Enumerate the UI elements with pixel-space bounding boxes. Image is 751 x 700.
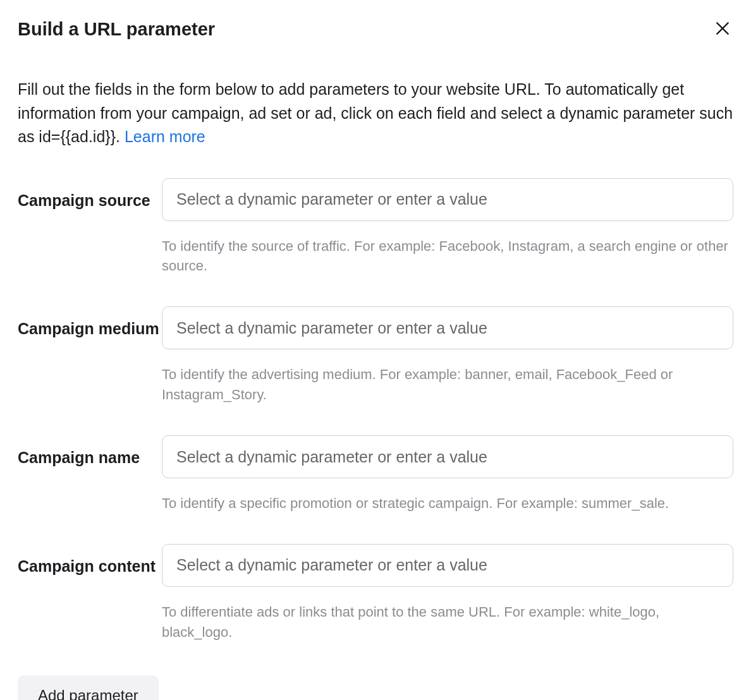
field-label: Campaign source: [18, 178, 162, 213]
field-campaign-source: Campaign source To identify the source o…: [18, 178, 733, 277]
field-campaign-content: Campaign content To differentiate ads or…: [18, 544, 733, 643]
modal-header: Build a URL parameter: [18, 18, 733, 41]
field-body: To identify a specific promotion or stra…: [162, 435, 733, 514]
campaign-source-input[interactable]: [162, 178, 733, 221]
page-title: Build a URL parameter: [18, 19, 215, 40]
field-body: To differentiate ads or links that point…: [162, 544, 733, 643]
field-label: Campaign content: [18, 544, 162, 579]
close-icon: [714, 20, 731, 39]
field-campaign-medium: Campaign medium To identify the advertis…: [18, 306, 733, 405]
helper-text: To identify the advertising medium. For …: [162, 365, 733, 405]
field-body: To identify the source of traffic. For e…: [162, 178, 733, 277]
field-campaign-name: Campaign name To identify a specific pro…: [18, 435, 733, 514]
close-button[interactable]: [712, 18, 733, 41]
helper-text: To identify a specific promotion or stra…: [162, 493, 733, 514]
helper-text: To identify the source of traffic. For e…: [162, 236, 733, 277]
learn-more-link[interactable]: Learn more: [125, 128, 205, 145]
field-label: Campaign name: [18, 435, 162, 470]
field-label: Campaign medium: [18, 306, 162, 341]
campaign-content-input[interactable]: [162, 544, 733, 587]
field-body: To identify the advertising medium. For …: [162, 306, 733, 405]
add-parameter-button[interactable]: Add parameter: [18, 675, 159, 700]
campaign-medium-input[interactable]: [162, 306, 733, 349]
campaign-name-input[interactable]: [162, 435, 733, 478]
helper-text: To differentiate ads or links that point…: [162, 602, 733, 643]
description: Fill out the fields in the form below to…: [18, 78, 733, 149]
